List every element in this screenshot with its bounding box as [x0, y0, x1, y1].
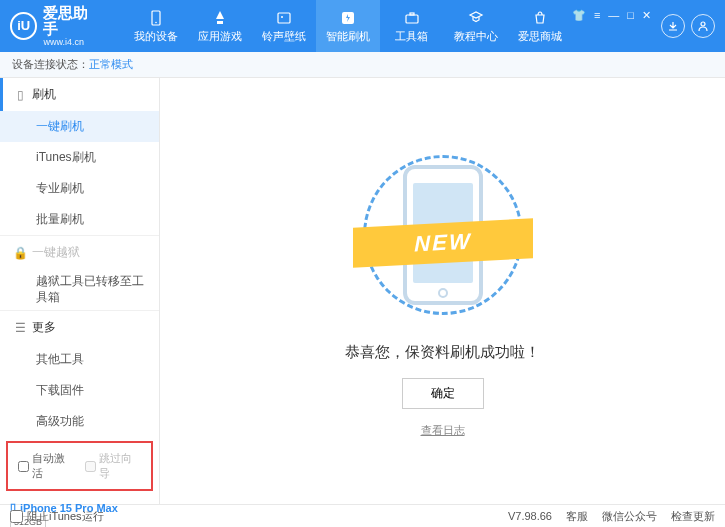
sidebar-item-download-firmware[interactable]: 下载固件 [0, 375, 159, 406]
sidebar-item-jailbreak-moved[interactable]: 越狱工具已转移至工具箱 [0, 269, 159, 310]
status-bar: 设备连接状态： 正常模式 [0, 52, 725, 78]
apps-icon [211, 9, 229, 27]
nav-ringtones[interactable]: 铃声壁纸 [252, 0, 316, 52]
menu-icon[interactable]: ≡ [594, 9, 600, 21]
minimize-button[interactable]: — [608, 9, 619, 21]
svg-point-3 [281, 16, 283, 18]
sidebar-group-flash[interactable]: ▯ 刷机 [0, 78, 159, 111]
version-label: V7.98.66 [508, 510, 552, 522]
skip-guide-input [85, 461, 96, 472]
confirm-button[interactable]: 确定 [402, 378, 484, 409]
sidebar-item-oneclick-flash[interactable]: 一键刷机 [0, 111, 159, 142]
svg-point-1 [155, 21, 157, 23]
svg-rect-5 [406, 15, 418, 23]
maximize-button[interactable]: □ [627, 9, 634, 21]
status-label: 设备连接状态： [12, 57, 89, 72]
footer-support[interactable]: 客服 [566, 509, 588, 524]
nav-store[interactable]: 爱思商城 [508, 0, 572, 52]
success-message: 恭喜您，保资料刷机成功啦！ [345, 343, 540, 362]
main-nav: 我的设备 应用游戏 铃声壁纸 智能刷机 工具箱 教程中心 爱思商城 [124, 0, 572, 52]
logo-area: iU 爱思助手 www.i4.cn [10, 5, 102, 48]
svg-point-7 [701, 22, 705, 26]
svg-rect-6 [410, 13, 414, 15]
footer-wechat[interactable]: 微信公众号 [602, 509, 657, 524]
sidebar: ▯ 刷机 一键刷机 iTunes刷机 专业刷机 批量刷机 🔒 一键越狱 越狱工具… [0, 78, 160, 504]
footer-check-update[interactable]: 检查更新 [671, 509, 715, 524]
nav-smart-flash[interactable]: 智能刷机 [316, 0, 380, 52]
image-icon [275, 9, 293, 27]
sidebar-group-jailbreak[interactable]: 🔒 一键越狱 [0, 236, 159, 269]
view-log-link[interactable]: 查看日志 [421, 423, 465, 438]
nav-my-device[interactable]: 我的设备 [124, 0, 188, 52]
block-itunes-input[interactable] [10, 510, 23, 523]
auto-activate-input[interactable] [18, 461, 29, 472]
checkbox-auto-activate[interactable]: 自动激活 [18, 451, 75, 481]
sidebar-item-advanced[interactable]: 高级功能 [0, 406, 159, 437]
status-value: 正常模式 [89, 57, 133, 72]
download-button[interactable] [661, 14, 685, 38]
checkbox-highlight-area: 自动激活 跳过向导 [6, 441, 153, 491]
flash-icon [339, 9, 357, 27]
window-controls: 👕 ≡ — □ ✕ [572, 9, 651, 22]
device-icon [147, 9, 165, 27]
sidebar-item-itunes-flash[interactable]: iTunes刷机 [0, 142, 159, 173]
sidebar-item-pro-flash[interactable]: 专业刷机 [0, 173, 159, 204]
svg-rect-2 [278, 13, 290, 23]
nav-apps-games[interactable]: 应用游戏 [188, 0, 252, 52]
close-button[interactable]: ✕ [642, 9, 651, 22]
more-icon: ☰ [14, 322, 26, 334]
logo-icon: iU [10, 12, 37, 40]
checkbox-skip-guide[interactable]: 跳过向导 [85, 451, 142, 481]
app-header: iU 爱思助手 www.i4.cn 我的设备 应用游戏 铃声壁纸 智能刷机 工具… [0, 0, 725, 52]
tutorial-icon [467, 9, 485, 27]
sidebar-group-more[interactable]: ☰ 更多 [0, 311, 159, 344]
skin-icon[interactable]: 👕 [572, 9, 586, 22]
block-itunes-checkbox[interactable]: 阻止iTunes运行 [10, 509, 104, 524]
store-icon [531, 9, 549, 27]
success-illustration: NEW [353, 145, 533, 325]
app-title: 爱思助手 [43, 5, 102, 38]
main-content: NEW 恭喜您，保资料刷机成功啦！ 确定 查看日志 [160, 78, 725, 504]
nav-tutorials[interactable]: 教程中心 [444, 0, 508, 52]
user-button[interactable] [691, 14, 715, 38]
toolbox-icon [403, 9, 421, 27]
header-right: 👕 ≡ — □ ✕ [572, 14, 715, 38]
lock-icon: 🔒 [14, 247, 26, 259]
sidebar-item-batch-flash[interactable]: 批量刷机 [0, 204, 159, 235]
nav-toolbox[interactable]: 工具箱 [380, 0, 444, 52]
phone-icon: ▯ [14, 89, 26, 101]
sidebar-item-other-tools[interactable]: 其他工具 [0, 344, 159, 375]
app-url: www.i4.cn [43, 38, 102, 48]
